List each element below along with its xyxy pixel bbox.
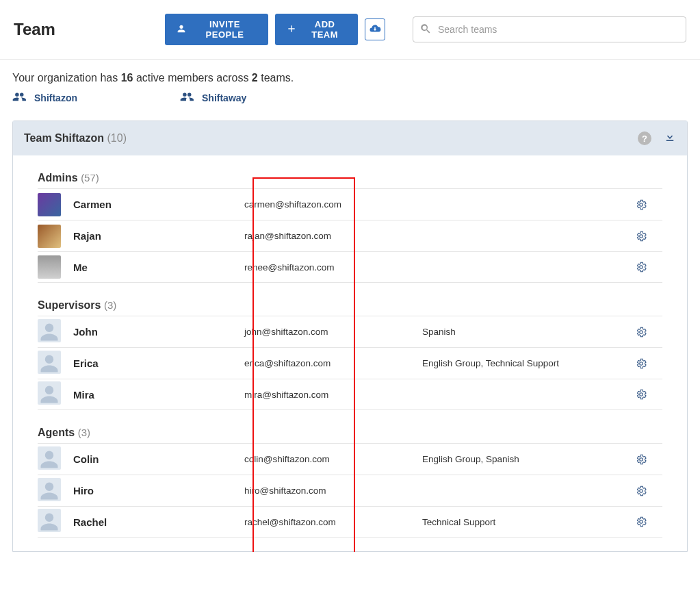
gear-icon[interactable] bbox=[635, 453, 647, 466]
svg-point-3 bbox=[640, 330, 643, 333]
search-icon bbox=[419, 23, 432, 35]
member-tags: English Group, Spanish bbox=[422, 454, 635, 464]
gear-icon[interactable] bbox=[635, 326, 647, 338]
member-email: colin@shiftazon.com bbox=[244, 454, 422, 464]
svg-point-6 bbox=[640, 457, 643, 461]
member-row[interactable]: Rajanrajan@shiftazon.com bbox=[38, 220, 662, 251]
avatar bbox=[38, 225, 61, 248]
avatar bbox=[38, 478, 61, 501]
member-row[interactable]: Carmencarmen@shiftazon.com bbox=[38, 188, 662, 220]
member-row[interactable]: Miramira@shiftazon.com bbox=[38, 379, 662, 410]
member-row[interactable]: Rachelrachel@shiftazon.comTechnical Supp… bbox=[38, 506, 662, 538]
page-title: Team bbox=[14, 20, 55, 39]
gear-icon[interactable] bbox=[635, 261, 647, 273]
avatar bbox=[38, 319, 61, 342]
member-name: Me bbox=[73, 262, 244, 273]
member-name: Colin bbox=[73, 453, 244, 465]
member-email: john@shiftazon.com bbox=[244, 327, 422, 337]
org-summary: Your organization has 16 active members … bbox=[0, 60, 700, 91]
gear-icon[interactable] bbox=[635, 485, 647, 497]
help-icon[interactable]: ? bbox=[638, 131, 651, 145]
team-link-label: Shiftazon bbox=[34, 92, 77, 103]
member-name: Mira bbox=[73, 389, 244, 401]
member-name: Rajan bbox=[73, 230, 244, 242]
group-title: Supervisors (3) bbox=[38, 299, 662, 312]
member-name: Carmen bbox=[73, 199, 244, 210]
avatar bbox=[38, 255, 61, 279]
people-icon bbox=[180, 91, 195, 104]
member-row[interactable]: Ericaerica@shiftazon.comEnglish Group, T… bbox=[38, 347, 662, 379]
gear-icon[interactable] bbox=[635, 388, 647, 401]
person-icon bbox=[176, 23, 187, 36]
avatar bbox=[38, 351, 61, 374]
people-icon bbox=[12, 91, 27, 104]
member-row[interactable]: Merenee@shiftazon.com bbox=[38, 251, 662, 283]
avatar bbox=[38, 381, 61, 405]
avatar bbox=[38, 509, 61, 532]
member-name: Erica bbox=[73, 357, 244, 369]
member-email: rachel@shiftazon.com bbox=[244, 517, 422, 527]
svg-point-0 bbox=[640, 203, 643, 206]
cloud-download-icon bbox=[369, 23, 381, 37]
svg-point-4 bbox=[640, 362, 643, 365]
gear-icon[interactable] bbox=[635, 516, 647, 528]
team-link[interactable]: Shiftazon bbox=[12, 91, 77, 104]
member-email: hiro@shiftazon.com bbox=[244, 485, 422, 496]
search-input[interactable] bbox=[413, 16, 686, 42]
avatar bbox=[38, 193, 61, 216]
member-row[interactable]: Colincolin@shiftazon.comEnglish Group, S… bbox=[38, 443, 662, 475]
member-tags: Technical Support bbox=[422, 517, 635, 527]
gear-icon[interactable] bbox=[635, 357, 647, 370]
invite-people-button[interactable]: INVITE PEOPLE bbox=[165, 14, 268, 45]
member-row[interactable]: Johnjohn@shiftazon.comSpanish bbox=[38, 316, 662, 347]
gear-icon[interactable] bbox=[635, 199, 647, 211]
gear-icon[interactable] bbox=[635, 230, 647, 242]
svg-point-7 bbox=[640, 489, 643, 492]
member-email: erica@shiftazon.com bbox=[244, 358, 422, 368]
svg-point-2 bbox=[640, 266, 643, 269]
avatar bbox=[38, 446, 61, 470]
add-team-label: ADD TEAM bbox=[302, 19, 347, 40]
svg-point-5 bbox=[640, 393, 643, 396]
member-email: rajan@shiftazon.com bbox=[244, 231, 422, 241]
member-name: Rachel bbox=[73, 516, 244, 528]
member-name: John bbox=[73, 326, 244, 338]
svg-point-8 bbox=[640, 520, 643, 524]
invite-people-label: INVITE PEOPLE bbox=[192, 19, 257, 40]
member-tags: Spanish bbox=[422, 327, 635, 337]
panel-title: Team Shiftazon (10) bbox=[24, 132, 127, 144]
team-link[interactable]: Shiftaway bbox=[180, 91, 246, 104]
group-title: Admins (57) bbox=[38, 172, 662, 184]
member-email: renee@shiftazon.com bbox=[244, 262, 422, 273]
member-email: mira@shiftazon.com bbox=[244, 390, 422, 400]
team-link-label: Shiftaway bbox=[202, 92, 246, 103]
plus-icon bbox=[286, 23, 297, 36]
add-team-button[interactable]: ADD TEAM bbox=[275, 14, 358, 45]
member-tags: English Group, Technical Support bbox=[422, 358, 635, 368]
member-email: carmen@shiftazon.com bbox=[244, 199, 422, 210]
download-icon[interactable] bbox=[664, 131, 676, 146]
member-name: Hiro bbox=[73, 485, 244, 496]
member-row[interactable]: Hirohiro@shiftazon.com bbox=[38, 475, 662, 506]
group-title: Agents (3) bbox=[38, 427, 662, 439]
cloud-download-button[interactable] bbox=[365, 18, 385, 40]
svg-point-1 bbox=[640, 234, 643, 238]
